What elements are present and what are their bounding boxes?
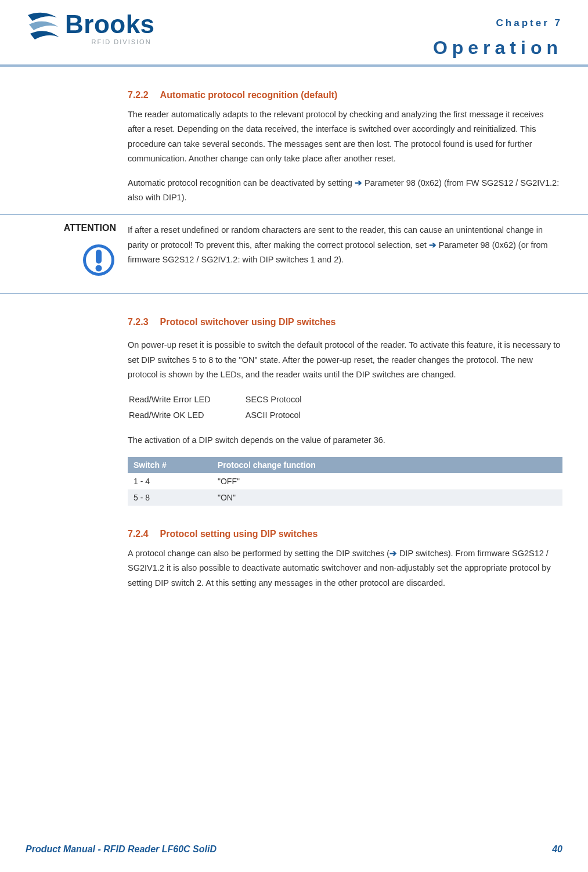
- footer-title: Product Manual - RFID Reader LF60C SoliD: [26, 844, 217, 855]
- header-rule: [0, 64, 588, 67]
- table-header: Protocol change function: [212, 457, 562, 473]
- brooks-swoosh-icon: [26, 12, 60, 45]
- text: A protocol change can also be performed …: [128, 549, 389, 558]
- attention-body: If after a reset undefined or random cha…: [128, 223, 562, 279]
- cell: "OFF": [212, 473, 562, 489]
- svg-rect-2: [96, 250, 102, 264]
- chapter-block: Chapter 7 Operation: [433, 12, 562, 59]
- section-number: 7.2.3: [128, 317, 149, 327]
- attention-icon: [81, 243, 116, 279]
- list-item: Read/Write OK LED ASCII Protocol: [129, 408, 335, 423]
- led-name: Read/Write OK LED: [129, 408, 244, 423]
- attention-note: ATTENTION If after a reset undefined or …: [0, 214, 588, 294]
- arrow-icon: ➔: [355, 178, 362, 188]
- cell: 1 - 4: [128, 473, 212, 489]
- paragraph: The activation of a DIP switch depends o…: [128, 433, 562, 448]
- section-number: 7.2.4: [128, 529, 149, 539]
- page-header: Brooks RFID DIVISION Chapter 7 Operation: [26, 12, 562, 59]
- protocol-name: SECS Protocol: [246, 392, 336, 407]
- table-row: 1 - 4 "OFF": [128, 473, 562, 489]
- dip-switch-table: Switch # Protocol change function 1 - 4 …: [128, 457, 562, 506]
- chapter-title: Operation: [433, 37, 562, 59]
- section-7-2-3-heading: 7.2.3Protocol switchover using DIP switc…: [128, 317, 562, 327]
- section-7-2-2-heading: 7.2.2Automatic protocol recognition (def…: [128, 90, 562, 100]
- cell: "ON": [212, 489, 562, 506]
- section-number: 7.2.2: [128, 90, 149, 100]
- svg-point-3: [96, 265, 102, 272]
- paragraph: A protocol change can also be performed …: [128, 546, 562, 590]
- brand-name: Brooks: [65, 12, 155, 37]
- section-title: Protocol switchover using DIP switches: [160, 317, 336, 327]
- arrow-icon: ➔: [389, 549, 397, 558]
- led-protocol-list: Read/Write Error LED SECS Protocol Read/…: [128, 391, 336, 423]
- paragraph: Automatic protocol recognition can be de…: [128, 176, 562, 206]
- cell: 5 - 8: [128, 489, 212, 506]
- paragraph: On power-up reset it is possible to swit…: [128, 338, 562, 382]
- text: Automatic protocol recognition can be de…: [128, 178, 355, 188]
- led-name: Read/Write Error LED: [129, 392, 244, 407]
- attention-label: ATTENTION: [26, 223, 116, 233]
- chapter-label: Chapter 7: [433, 17, 562, 29]
- page-footer: Product Manual - RFID Reader LF60C SoliD…: [26, 844, 562, 855]
- page-number: 40: [552, 844, 562, 855]
- protocol-name: ASCII Protocol: [246, 408, 336, 423]
- logo: Brooks RFID DIVISION: [26, 12, 155, 45]
- section-title: Protocol setting using DIP switches: [160, 529, 318, 539]
- section-title: Automatic protocol recognition (default): [160, 90, 338, 100]
- paragraph: The reader automatically adapts to the r…: [128, 107, 562, 167]
- table-header: Switch #: [128, 457, 212, 473]
- table-row: 5 - 8 "ON": [128, 489, 562, 506]
- arrow-icon: ➔: [429, 240, 437, 250]
- section-7-2-4-heading: 7.2.4Protocol setting using DIP switches: [128, 529, 562, 539]
- brand-tagline: RFID DIVISION: [65, 38, 155, 45]
- list-item: Read/Write Error LED SECS Protocol: [129, 392, 335, 407]
